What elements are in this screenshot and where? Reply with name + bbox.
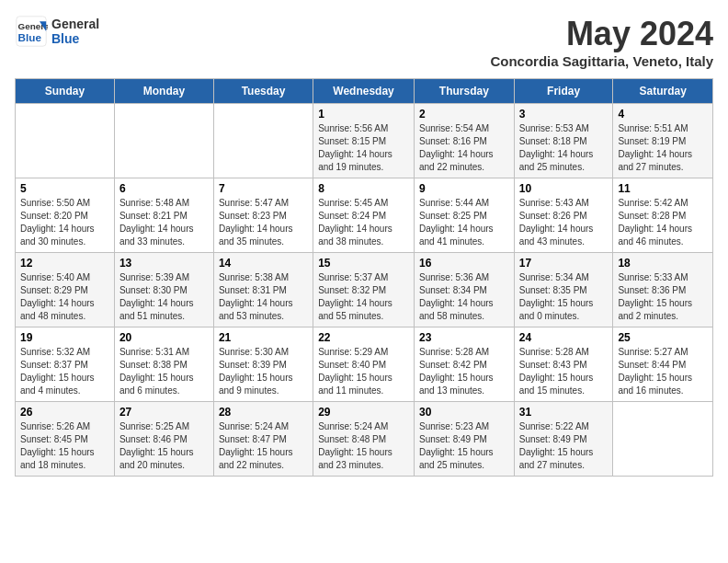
day-info: Sunrise: 5:36 AM Sunset: 8:34 PM Dayligh… <box>419 271 509 323</box>
calendar-cell: 20Sunrise: 5:31 AM Sunset: 8:38 PM Dayli… <box>114 327 213 402</box>
day-info: Sunrise: 5:24 AM Sunset: 8:47 PM Dayligh… <box>219 420 308 472</box>
day-number: 21 <box>219 331 308 344</box>
day-number: 17 <box>519 257 609 270</box>
day-info: Sunrise: 5:56 AM Sunset: 8:15 PM Dayligh… <box>318 122 409 174</box>
calendar-week-2: 5Sunrise: 5:50 AM Sunset: 8:20 PM Daylig… <box>16 178 713 253</box>
weekday-header-row: SundayMondayTuesdayWednesdayThursdayFrid… <box>16 79 713 104</box>
day-number: 5 <box>20 182 109 195</box>
calendar-cell: 6Sunrise: 5:48 AM Sunset: 8:21 PM Daylig… <box>114 178 213 253</box>
weekday-header-tuesday: Tuesday <box>213 79 313 104</box>
day-number: 14 <box>219 257 308 270</box>
day-info: Sunrise: 5:34 AM Sunset: 8:35 PM Dayligh… <box>519 271 609 323</box>
calendar-cell: 17Sunrise: 5:34 AM Sunset: 8:35 PM Dayli… <box>514 253 613 327</box>
calendar-cell <box>613 402 713 477</box>
calendar-cell: 29Sunrise: 5:24 AM Sunset: 8:48 PM Dayli… <box>313 402 415 477</box>
calendar-cell: 31Sunrise: 5:22 AM Sunset: 8:49 PM Dayli… <box>514 402 613 477</box>
day-info: Sunrise: 5:51 AM Sunset: 8:19 PM Dayligh… <box>618 122 708 174</box>
day-info: Sunrise: 5:29 AM Sunset: 8:40 PM Dayligh… <box>318 346 409 397</box>
day-number: 2 <box>419 108 509 121</box>
day-info: Sunrise: 5:25 AM Sunset: 8:46 PM Dayligh… <box>119 420 209 472</box>
day-info: Sunrise: 5:37 AM Sunset: 8:32 PM Dayligh… <box>318 271 409 323</box>
weekday-header-wednesday: Wednesday <box>313 79 415 104</box>
day-info: Sunrise: 5:40 AM Sunset: 8:29 PM Dayligh… <box>20 271 109 323</box>
title-area: May 2024 Concordia Sagittaria, Veneto, I… <box>490 15 713 69</box>
calendar-cell: 25Sunrise: 5:27 AM Sunset: 8:44 PM Dayli… <box>613 327 713 402</box>
logo-icon: General Blue <box>15 15 48 48</box>
calendar-cell: 2Sunrise: 5:54 AM Sunset: 8:16 PM Daylig… <box>414 104 514 178</box>
day-number: 3 <box>519 108 609 121</box>
day-number: 16 <box>419 257 509 270</box>
day-number: 23 <box>419 331 509 344</box>
day-number: 22 <box>318 331 409 344</box>
calendar-cell: 18Sunrise: 5:33 AM Sunset: 8:36 PM Dayli… <box>613 253 713 327</box>
logo-text: General Blue <box>51 17 99 46</box>
calendar-cell: 22Sunrise: 5:29 AM Sunset: 8:40 PM Dayli… <box>313 327 415 402</box>
day-info: Sunrise: 5:39 AM Sunset: 8:30 PM Dayligh… <box>119 271 209 323</box>
calendar-cell: 27Sunrise: 5:25 AM Sunset: 8:46 PM Dayli… <box>114 402 213 477</box>
calendar-table: SundayMondayTuesdayWednesdayThursdayFrid… <box>15 78 713 477</box>
month-title: May 2024 <box>490 15 713 53</box>
location-subtitle: Concordia Sagittaria, Veneto, Italy <box>490 53 713 69</box>
calendar-cell: 4Sunrise: 5:51 AM Sunset: 8:19 PM Daylig… <box>613 104 713 178</box>
day-number: 28 <box>219 406 308 419</box>
calendar-cell: 15Sunrise: 5:37 AM Sunset: 8:32 PM Dayli… <box>313 253 415 327</box>
day-info: Sunrise: 5:30 AM Sunset: 8:39 PM Dayligh… <box>219 346 308 397</box>
day-info: Sunrise: 5:54 AM Sunset: 8:16 PM Dayligh… <box>419 122 509 174</box>
day-info: Sunrise: 5:26 AM Sunset: 8:45 PM Dayligh… <box>20 420 109 472</box>
day-number: 20 <box>119 331 209 344</box>
day-number: 31 <box>519 406 609 419</box>
day-info: Sunrise: 5:53 AM Sunset: 8:18 PM Dayligh… <box>519 122 609 174</box>
logo-blue: Blue <box>51 31 99 46</box>
logo-general: General <box>51 17 99 31</box>
header: General Blue General Blue May 2024 Conco… <box>15 15 713 69</box>
day-number: 30 <box>419 406 509 419</box>
day-number: 25 <box>618 331 708 344</box>
day-info: Sunrise: 5:38 AM Sunset: 8:31 PM Dayligh… <box>219 271 308 323</box>
calendar-week-1: 1Sunrise: 5:56 AM Sunset: 8:15 PM Daylig… <box>16 104 713 178</box>
day-number: 19 <box>20 331 109 344</box>
day-info: Sunrise: 5:44 AM Sunset: 8:25 PM Dayligh… <box>419 197 509 248</box>
day-info: Sunrise: 5:24 AM Sunset: 8:48 PM Dayligh… <box>318 420 409 472</box>
day-info: Sunrise: 5:45 AM Sunset: 8:24 PM Dayligh… <box>318 197 409 248</box>
day-number: 12 <box>20 257 109 270</box>
day-info: Sunrise: 5:23 AM Sunset: 8:49 PM Dayligh… <box>419 420 509 472</box>
day-info: Sunrise: 5:31 AM Sunset: 8:38 PM Dayligh… <box>119 346 209 397</box>
day-number: 15 <box>318 257 409 270</box>
calendar-cell: 14Sunrise: 5:38 AM Sunset: 8:31 PM Dayli… <box>213 253 313 327</box>
calendar-cell: 11Sunrise: 5:42 AM Sunset: 8:28 PM Dayli… <box>613 178 713 253</box>
day-info: Sunrise: 5:43 AM Sunset: 8:26 PM Dayligh… <box>519 197 609 248</box>
calendar-cell: 28Sunrise: 5:24 AM Sunset: 8:47 PM Dayli… <box>213 402 313 477</box>
day-info: Sunrise: 5:47 AM Sunset: 8:23 PM Dayligh… <box>219 197 308 248</box>
day-number: 7 <box>219 182 308 195</box>
calendar-cell: 24Sunrise: 5:28 AM Sunset: 8:43 PM Dayli… <box>514 327 613 402</box>
day-info: Sunrise: 5:50 AM Sunset: 8:20 PM Dayligh… <box>20 197 109 248</box>
day-number: 24 <box>519 331 609 344</box>
calendar-cell: 7Sunrise: 5:47 AM Sunset: 8:23 PM Daylig… <box>213 178 313 253</box>
calendar-week-5: 26Sunrise: 5:26 AM Sunset: 8:45 PM Dayli… <box>16 402 713 477</box>
day-number: 27 <box>119 406 209 419</box>
calendar-cell: 13Sunrise: 5:39 AM Sunset: 8:30 PM Dayli… <box>114 253 213 327</box>
svg-text:Blue: Blue <box>18 31 42 43</box>
day-number: 8 <box>318 182 409 195</box>
calendar-cell: 9Sunrise: 5:44 AM Sunset: 8:25 PM Daylig… <box>414 178 514 253</box>
calendar-week-4: 19Sunrise: 5:32 AM Sunset: 8:37 PM Dayli… <box>16 327 713 402</box>
day-number: 1 <box>318 108 409 121</box>
calendar-cell: 19Sunrise: 5:32 AM Sunset: 8:37 PM Dayli… <box>16 327 115 402</box>
day-info: Sunrise: 5:28 AM Sunset: 8:43 PM Dayligh… <box>519 346 609 397</box>
logo: General Blue General Blue <box>15 15 99 48</box>
day-number: 26 <box>20 406 109 419</box>
calendar-cell: 12Sunrise: 5:40 AM Sunset: 8:29 PM Dayli… <box>16 253 115 327</box>
day-info: Sunrise: 5:22 AM Sunset: 8:49 PM Dayligh… <box>519 420 609 472</box>
calendar-cell: 16Sunrise: 5:36 AM Sunset: 8:34 PM Dayli… <box>414 253 514 327</box>
day-number: 13 <box>119 257 209 270</box>
calendar-cell: 1Sunrise: 5:56 AM Sunset: 8:15 PM Daylig… <box>313 104 415 178</box>
calendar-week-3: 12Sunrise: 5:40 AM Sunset: 8:29 PM Dayli… <box>16 253 713 327</box>
day-number: 9 <box>419 182 509 195</box>
calendar-cell <box>16 104 115 178</box>
weekday-header-sunday: Sunday <box>16 79 115 104</box>
day-number: 18 <box>618 257 708 270</box>
weekday-header-monday: Monday <box>114 79 213 104</box>
calendar-cell: 8Sunrise: 5:45 AM Sunset: 8:24 PM Daylig… <box>313 178 415 253</box>
calendar-cell: 3Sunrise: 5:53 AM Sunset: 8:18 PM Daylig… <box>514 104 613 178</box>
calendar-cell: 30Sunrise: 5:23 AM Sunset: 8:49 PM Dayli… <box>414 402 514 477</box>
